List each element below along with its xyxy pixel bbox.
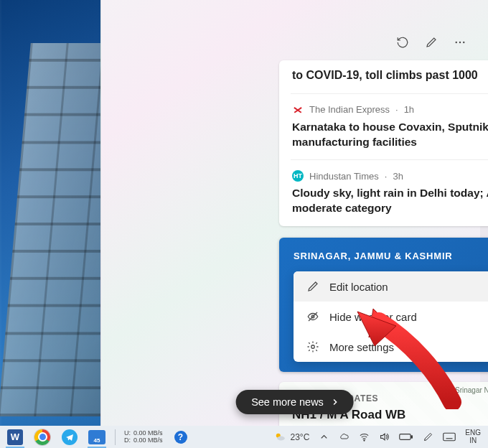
svg-point-16 — [277, 436, 285, 440]
svg-rect-20 — [411, 436, 413, 438]
news-article[interactable]: HT Hindustan Times · 3h Cloudy sky, ligh… — [292, 170, 488, 216]
chevron-up-icon[interactable] — [319, 431, 329, 442]
weather-card[interactable]: SRINAGAR, JAMMU & KASHMIR Edit location … — [279, 238, 488, 372]
taskbar-app-word[interactable]: W — [3, 426, 27, 448]
chevron-right-icon — [331, 398, 339, 406]
article-source: The Indian Express — [309, 104, 390, 115]
svg-point-2 — [463, 42, 464, 43]
taskbar-temp: 23°C — [291, 432, 310, 442]
svg-point-0 — [456, 42, 457, 43]
keyboard-icon[interactable] — [443, 431, 456, 442]
onedrive-icon[interactable] — [339, 431, 349, 442]
svg-rect-19 — [400, 434, 410, 440]
news-headline-partial: to COVID-19, toll climbs past 1000 — [292, 67, 488, 83]
wifi-icon[interactable] — [359, 431, 370, 442]
article-title: Karnataka to house Covaxin, Sputnik V ma… — [292, 120, 488, 150]
svg-point-10 — [311, 345, 315, 349]
taskbar: W 45 U:0.00 MB/s D:0.00 MB/s ? 23°C ENG … — [0, 426, 488, 448]
pencil-icon — [306, 280, 319, 293]
menu-edit-location[interactable]: Edit location — [294, 271, 488, 302]
taskbar-weather[interactable]: 23°C — [273, 431, 310, 444]
refresh-icon[interactable] — [396, 36, 409, 49]
svg-marker-18 — [381, 434, 385, 440]
news-article[interactable]: The Indian Express · 1h Karnataka to hou… — [292, 104, 488, 150]
battery-icon[interactable] — [399, 431, 413, 442]
widgets-flyout: to COVID-19, toll climbs past 1000 The I… — [100, 0, 488, 426]
network-monitor[interactable]: U:0.00 MB/s D:0.00 MB/s — [121, 430, 166, 444]
menu-hide-weather[interactable]: Hide weather card — [294, 302, 488, 332]
see-more-label: See more news — [251, 396, 324, 408]
word-icon: W — [7, 429, 23, 445]
weather-context-menu: Edit location Hide weather card More set… — [294, 271, 488, 362]
language-indicator[interactable]: ENG IN — [465, 429, 481, 444]
gear-icon — [306, 340, 319, 353]
indian-express-icon — [292, 104, 304, 116]
mail-icon: 45 — [88, 430, 105, 444]
svg-rect-21 — [444, 433, 456, 441]
article-source: Hindustan Times — [309, 171, 379, 182]
edit-icon[interactable] — [425, 36, 438, 49]
svg-point-1 — [459, 42, 461, 43]
taskbar-app-mail[interactable]: 45 — [85, 426, 109, 448]
article-title: Cloudy sky, light rain in Delhi today; A… — [292, 186, 488, 216]
eye-off-icon — [306, 310, 319, 323]
sun-cloud-icon — [273, 431, 286, 444]
chrome-icon — [34, 429, 50, 445]
news-card[interactable]: to COVID-19, toll climbs past 1000 The I… — [279, 60, 488, 226]
divider — [291, 93, 488, 94]
weather-location: SRINAGAR, JAMMU & KASHMIR — [294, 251, 488, 261]
more-icon[interactable] — [454, 36, 466, 49]
see-more-news-button[interactable]: See more news — [235, 390, 354, 414]
taskbar-help[interactable]: ? — [169, 426, 193, 448]
menu-label: More settings — [329, 341, 394, 353]
telegram-icon — [62, 429, 78, 445]
menu-more-settings[interactable]: More settings — [294, 332, 488, 362]
map-label-north: Srinagar North — [455, 386, 488, 394]
article-age: 3h — [393, 171, 403, 182]
volume-icon[interactable] — [379, 431, 390, 442]
menu-label: Hide weather card — [329, 311, 417, 323]
taskbar-separator — [115, 429, 116, 445]
help-icon: ? — [174, 431, 187, 444]
article-age: 1h — [404, 104, 414, 115]
menu-label: Edit location — [329, 281, 388, 293]
taskbar-app-chrome[interactable] — [30, 426, 55, 448]
taskbar-app-telegram[interactable] — [57, 426, 82, 448]
svg-point-17 — [364, 440, 365, 441]
hindustan-times-icon: HT — [292, 170, 304, 182]
divider — [291, 159, 488, 160]
pen-tray-icon[interactable] — [423, 431, 433, 442]
